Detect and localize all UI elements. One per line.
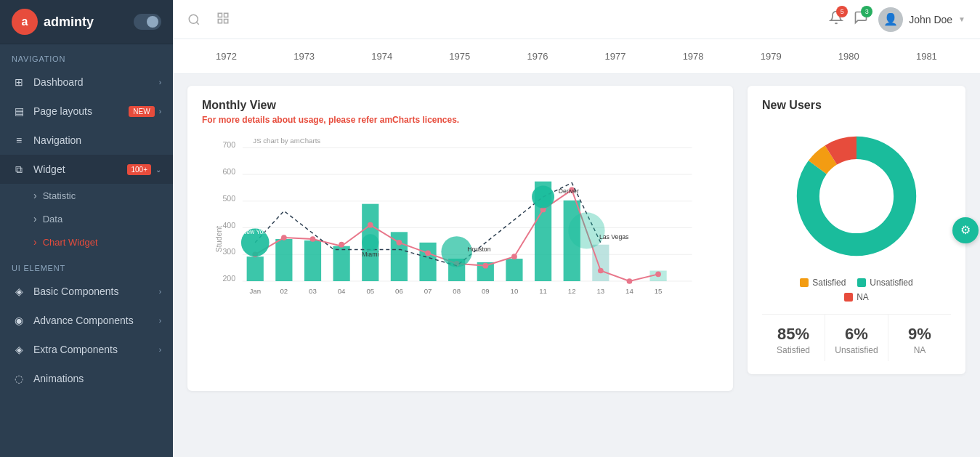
- svg-point-51: [532, 186, 554, 209]
- svg-rect-19: [247, 256, 264, 281]
- user-menu[interactable]: 👤 John Doe ▼: [878, 7, 965, 32]
- stat-na: 9% NA: [888, 315, 951, 361]
- svg-rect-31: [592, 245, 609, 281]
- sidebar-item-statistic[interactable]: Statistic: [0, 184, 173, 207]
- svg-point-46: [598, 268, 604, 274]
- year-item: 1976: [498, 51, 576, 62]
- chart-description: For more details about usage, please ref…: [202, 115, 718, 125]
- chart-title: Monthly View: [202, 99, 718, 112]
- svg-text:400: 400: [222, 221, 235, 230]
- unsatisfied-color: [857, 278, 866, 287]
- svg-text:700: 700: [222, 140, 235, 149]
- chevron-right-icon: ›: [159, 108, 161, 116]
- svg-rect-22: [333, 246, 350, 281]
- messages-button[interactable]: 3: [854, 10, 868, 28]
- svg-rect-20: [275, 239, 292, 281]
- svg-text:JS chart by amCharts: JS chart by amCharts: [253, 137, 320, 145]
- chevron-right-icon: ›: [159, 78, 161, 86]
- sidebar-item-animations[interactable]: ◌ Animations: [0, 364, 173, 393]
- chart-card: Monthly View For more details about usag…: [187, 86, 733, 391]
- svg-point-47: [627, 278, 633, 284]
- svg-point-43: [511, 254, 517, 259]
- sidebar-item-data[interactable]: Data: [0, 207, 173, 230]
- svg-text:200: 200: [222, 274, 235, 283]
- sidebar-item-navigation[interactable]: ≡ Navigation: [0, 126, 173, 155]
- svg-text:Houston: Houston: [467, 246, 491, 253]
- svg-text:14: 14: [625, 287, 633, 295]
- chevron-right-icon: ›: [159, 346, 161, 354]
- donut-card-title: New Users: [762, 99, 951, 112]
- notifications-badge: 5: [836, 6, 848, 17]
- stat-unsatisfied: 6% Unsatisfied: [825, 315, 888, 361]
- legend-na: NA: [762, 292, 951, 302]
- expand-icon[interactable]: [216, 12, 230, 28]
- animations-icon: ◌: [12, 371, 26, 386]
- sidebar-item-label: Navigation: [33, 134, 161, 146]
- svg-text:06: 06: [395, 287, 403, 295]
- topbar: 5 3 👤 John Doe ▼: [173, 0, 980, 39]
- sidebar-item-label: Widget: [33, 163, 127, 175]
- donut-chart: [769, 124, 944, 269]
- year-item: 1974: [343, 51, 421, 62]
- settings-button[interactable]: ⚙: [952, 217, 979, 243]
- year-item: 1975: [421, 51, 498, 62]
- svg-point-40: [425, 250, 431, 256]
- svg-point-57: [568, 212, 604, 248]
- svg-rect-21: [304, 240, 321, 281]
- notifications-button[interactable]: 5: [829, 10, 843, 28]
- svg-point-48: [655, 271, 661, 277]
- sidebar-item-chart-widget[interactable]: Chart Widget: [0, 230, 173, 254]
- legend-unsatisfied: Unsatisfied: [857, 278, 912, 288]
- topbar-icons: 5 3 👤 John Doe ▼: [829, 7, 965, 32]
- sidebar-item-dashboard[interactable]: ⊞ Dashboard ›: [0, 68, 173, 97]
- svg-text:12: 12: [568, 287, 576, 295]
- svg-text:05: 05: [366, 287, 374, 295]
- data-label: Data: [43, 214, 62, 225]
- user-avatar: 👤: [878, 7, 903, 32]
- statistic-label: Statistic: [43, 190, 76, 201]
- sidebar-item-widget[interactable]: ⧉ Widget 100+ ⌄: [0, 155, 173, 184]
- count-badge: 100+: [127, 164, 151, 175]
- sidebar-item-extra-components[interactable]: ◈ Extra Components ›: [0, 335, 173, 364]
- svg-rect-3: [224, 13, 228, 17]
- sidebar-item-label: Extra Components: [33, 344, 159, 355]
- svg-line-1: [196, 22, 198, 24]
- donut-legend: Satisfied Unsatisfied NA: [762, 278, 951, 302]
- messages-badge: 3: [861, 6, 872, 17]
- svg-point-0: [189, 15, 198, 23]
- search-area[interactable]: [187, 13, 201, 26]
- year-item: 1980: [810, 51, 888, 62]
- donut-card: New Users: [748, 86, 965, 374]
- svg-text:500: 500: [222, 194, 235, 203]
- extra-components-icon: ◈: [12, 342, 26, 357]
- svg-rect-4: [224, 19, 228, 23]
- dashboard-icon: ⊞: [12, 75, 26, 89]
- svg-point-35: [281, 235, 287, 240]
- sidebar-toggle[interactable]: [134, 14, 161, 30]
- legend-satisfied: Satisfied: [800, 278, 846, 288]
- sidebar-item-basic-components[interactable]: ◈ Basic Components ›: [0, 277, 173, 306]
- bar-line-chart: 700 600 500 400 300 200 Student: [202, 134, 718, 344]
- svg-rect-28: [506, 259, 522, 281]
- ui-section-label: UI Element: [0, 254, 173, 277]
- year-item: 1978: [655, 51, 732, 62]
- year-item: 1979: [732, 51, 810, 62]
- svg-rect-25: [419, 243, 436, 281]
- sidebar-item-page-layouts[interactable]: ▤ Page layouts NEW ›: [0, 97, 173, 126]
- year-item: 1977: [576, 51, 654, 62]
- chevron-right-icon: ›: [159, 317, 161, 325]
- svg-point-38: [368, 222, 373, 228]
- sidebar-item-advance-components[interactable]: ◉ Advance Components ›: [0, 306, 173, 335]
- satisfied-color: [800, 278, 809, 287]
- chevron-right-icon: ›: [159, 288, 161, 296]
- svg-text:03: 03: [309, 287, 317, 295]
- svg-text:Denver: Denver: [559, 187, 579, 195]
- content-area: 1972197319741975197619771978197919801981…: [173, 39, 980, 457]
- svg-point-42: [482, 263, 488, 269]
- satisfied-stat-label: Satisfied: [768, 345, 819, 355]
- user-dropdown-icon: ▼: [958, 15, 965, 23]
- main-content: 5 3 👤 John Doe ▼ 19721973197419751976197…: [173, 0, 980, 457]
- svg-text:09: 09: [482, 287, 490, 295]
- svg-point-37: [339, 242, 344, 248]
- user-name: John Doe: [909, 14, 952, 25]
